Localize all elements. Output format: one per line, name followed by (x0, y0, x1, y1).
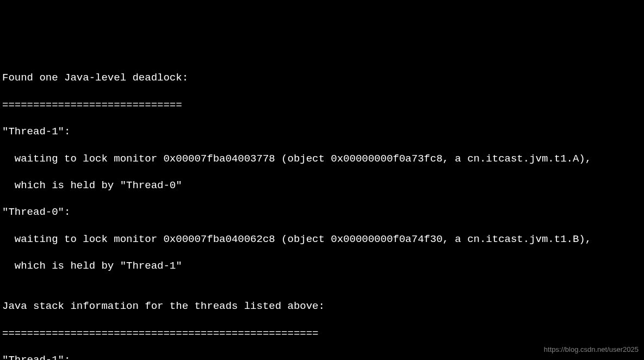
terminal-output: Found one Java-level deadlock: =========… (2, 58, 642, 360)
terminal-line: "Thread-0": (2, 206, 642, 219)
terminal-line: waiting to lock monitor 0x00007fba040037… (2, 152, 642, 166)
terminal-line: which is held by "Thread-0" (2, 179, 642, 193)
watermark-text: https://blog.csdn.net/user2025 (544, 345, 639, 355)
terminal-line: ========================================… (2, 327, 642, 340)
terminal-line: "Thread-1": (2, 125, 642, 139)
terminal-line: which is held by "Thread-1" (2, 259, 642, 273)
terminal-line: Found one Java-level deadlock: (2, 71, 642, 85)
terminal-line: ============================= (2, 98, 642, 112)
terminal-line: waiting to lock monitor 0x00007fba040062… (2, 233, 642, 246)
terminal-line: Java stack information for the threads l… (2, 300, 642, 313)
